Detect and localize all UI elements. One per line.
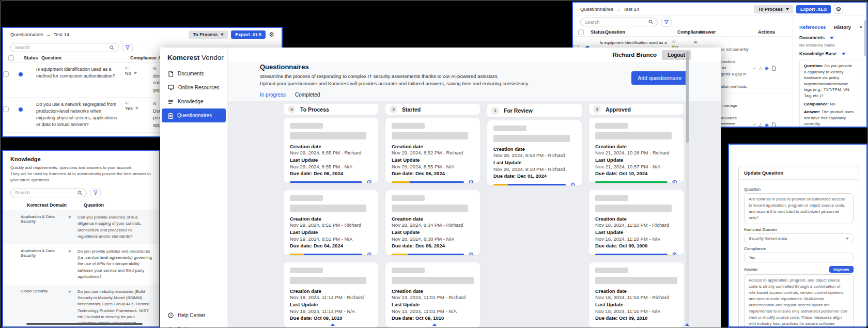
questionnaire-card[interactable]: Creation dateNov 18, 2024, 11:04 PM - Ri… — [589, 262, 684, 327]
compliance-cell[interactable]: AINo — [125, 66, 151, 93]
breadcrumb[interactable]: Questionnaires → Test 14 — [580, 6, 751, 12]
export-xls-button[interactable]: Export .XLS — [231, 30, 266, 39]
last-update-value: Nov 29, 2024, 8:55 PM - N/A — [290, 164, 372, 170]
horizontal-scrollbar[interactable] — [26, 323, 143, 325]
improve-button[interactable]: Improve — [829, 266, 854, 273]
sidebar-item-online-resources[interactable]: Online Resources — [162, 81, 226, 95]
breadcrumb-current: Test 14 — [623, 6, 639, 12]
settings-gear-button[interactable]: ⚙ — [834, 5, 843, 14]
compliance-cell[interactable]: AIYes — [125, 101, 151, 129]
scroll-up-arrow[interactable] — [331, 323, 335, 326]
questionnaire-card[interactable]: Creation dateNov 29, 2024, 8:51 PM - Ric… — [284, 190, 378, 255]
domain-select[interactable]: Security Governance — [744, 233, 854, 243]
skeleton-bar — [595, 205, 672, 212]
questionnaire-card[interactable]: Creation dateNov 29, 2024, 8:55 PM - Ric… — [284, 118, 378, 183]
warning-triangle-icon[interactable]: △ — [759, 122, 762, 127]
creation-date-value: Nov 28, 2024, 8:34 PM - Richard — [392, 222, 474, 229]
scroll-up-arrow[interactable] — [432, 323, 437, 326]
card-gear-icon[interactable]: ⚙ — [570, 182, 576, 185]
questionnaire-card[interactable]: Creation dateNov 18, 2024, 11:14 PM - Ri… — [284, 262, 378, 327]
chevron-down-icon — [68, 216, 71, 218]
questionnaire-card[interactable]: Creation dateNov 28, 2024, 8:53 PM - Ric… — [487, 120, 582, 185]
compliance-input[interactable]: Yes — [744, 253, 854, 262]
last-update-label: Last Update — [595, 157, 677, 163]
creation-date-label: Creation date — [290, 216, 372, 222]
select-all-checkbox[interactable] — [8, 55, 14, 61]
questionnaire-card[interactable]: Creation dateNov 13, 2024, 11:01 PM - Ri… — [385, 262, 480, 327]
view-eye-icon[interactable]: ◉ — [765, 122, 769, 128]
documents-section-header[interactable]: Documents — [799, 35, 860, 40]
questionnaire-card[interactable]: Creation dateNov 18, 2024, 11:18 PM - Ri… — [589, 190, 684, 255]
tab-in-progress[interactable]: In progress — [260, 92, 286, 98]
gear-icon[interactable]: ⚙ — [269, 32, 274, 38]
document-icon[interactable] — [771, 122, 776, 128]
actions-cell: ✓△◉ — [753, 97, 783, 128]
domain-select[interactable]: Application & Data Security — [21, 214, 73, 240]
board-vertical-scrollbar[interactable] — [686, 50, 689, 324]
chevron-down-icon — [830, 37, 834, 39]
export-xls-button[interactable]: Export .XLS — [796, 5, 831, 13]
breadcrumb-parent[interactable]: Questionnaires — [580, 6, 613, 12]
questionnaire-card[interactable]: Creation dateNov 29, 2024, 8:52 PM - Ric… — [385, 118, 480, 183]
row-checkbox[interactable] — [3, 71, 9, 77]
questionnaire-card[interactable]: Creation dateNov 28, 2024, 8:34 PM - Ric… — [385, 190, 480, 255]
filter-funnel-button[interactable] — [122, 43, 133, 52]
sidebar-item-label: Documents — [178, 71, 204, 76]
card-gear-icon[interactable]: ⚙ — [672, 252, 677, 255]
knowledge-row[interactable]: Application & Data SecurityDo you provid… — [3, 244, 159, 285]
answer-textarea[interactable]: Access to application, program, and obje… — [744, 274, 854, 327]
knowledge-row[interactable]: Application & Data SecurityCan you provi… — [3, 210, 159, 244]
knowledge-row[interactable]: Cloud SecurityDo you use industry standa… — [3, 285, 159, 327]
search-input[interactable]: Search — [580, 18, 658, 26]
column-count-badge: 6 — [288, 105, 296, 113]
search-input[interactable]: Search — [10, 43, 119, 52]
scroll-up-arrow[interactable] — [685, 323, 689, 326]
tab-references[interactable]: References — [799, 24, 826, 30]
last-update-label: Last Update — [392, 157, 474, 163]
tab-history[interactable]: History — [834, 24, 851, 30]
questionnaire-card[interactable]: Creation dateNov 21, 2024, 10:28 PM - Ri… — [589, 118, 684, 183]
sidebar-item-knowledge[interactable]: Knowledge — [162, 95, 226, 108]
knowledge-base-section-header[interactable]: Knowledge Base — [799, 51, 860, 56]
due-date: Due date: Dec 06, 2024 — [392, 170, 474, 176]
knowledge-search-input[interactable]: Search — [10, 189, 87, 197]
select-all-checkbox[interactable] — [578, 29, 584, 35]
domain-select[interactable]: Cloud Security — [21, 289, 73, 327]
card-gear-icon[interactable]: ⚙ — [468, 179, 474, 183]
add-questionnaire-button[interactable]: Add questionnaire — [631, 71, 688, 85]
card-gear-icon[interactable]: ⚙ — [366, 252, 372, 255]
breadcrumb[interactable]: Questionnaires → Test 14 — [10, 32, 185, 37]
sidebar-item-settings[interactable]: ⚙Settings — [162, 322, 226, 328]
status-filter-dropdown[interactable]: To Process — [189, 30, 228, 39]
knowledge-title: Knowledge — [10, 156, 152, 162]
answer-label: Answer — [744, 267, 758, 272]
domain-select[interactable]: Application & Data Security — [21, 248, 73, 280]
filter-funnel-button[interactable] — [90, 188, 101, 197]
warning-triangle-icon[interactable]: △ — [759, 66, 762, 71]
view-eye-icon[interactable]: ◉ — [765, 66, 769, 71]
card-gear-icon[interactable]: ⚙ — [468, 252, 474, 255]
card-gear-icon[interactable]: ⚙ — [366, 179, 372, 183]
skeleton-bar — [595, 195, 628, 201]
vertical-scrollbar[interactable] — [864, 20, 866, 56]
row-checkbox[interactable] — [3, 106, 9, 112]
last-update-value: Nov 29, 2024, 8:55 PM - N/A — [392, 164, 474, 170]
tab-completed[interactable]: Completed — [295, 92, 320, 98]
last-update-label: Last Update — [392, 229, 474, 236]
status-filter-dropdown[interactable]: To Process — [754, 5, 793, 13]
sidebar-item-questionnaires[interactable]: Questionnaires — [162, 108, 226, 122]
validate-check-icon[interactable]: ✓ — [753, 122, 756, 127]
close-icon[interactable]: × — [859, 24, 862, 30]
question-textarea[interactable]: Are controls in place to prevent unautho… — [744, 193, 854, 224]
due-date: Due date: Dec 06, 2024 — [290, 170, 372, 176]
card-gear-icon[interactable]: ⚙ — [672, 179, 677, 183]
breadcrumb-parent[interactable]: Questionnaires — [10, 32, 43, 37]
desktop-composite: Questionnaires → Test 14 To Process Expo… — [0, 0, 868, 328]
page-description: Streamline the process of responding to … — [260, 73, 691, 88]
sidebar-item-documents[interactable]: Documents — [162, 67, 226, 81]
sidebar-item-help-center[interactable]: ?Help Center — [162, 308, 226, 322]
validate-check-icon[interactable]: ✓ — [753, 66, 756, 71]
document-icon[interactable] — [771, 66, 776, 71]
filter-funnel-button[interactable] — [661, 18, 672, 27]
page-title: Questionnaires — [260, 63, 691, 71]
